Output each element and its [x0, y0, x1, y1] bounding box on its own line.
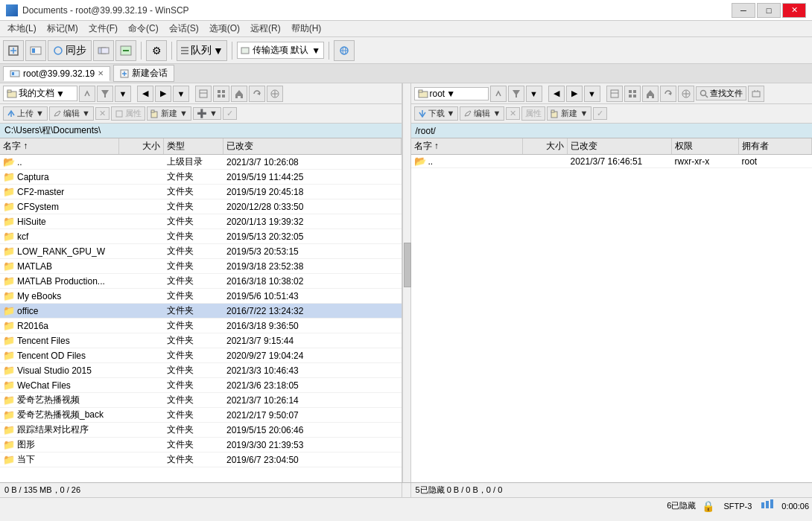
menu-help[interactable]: 帮助(H)	[287, 22, 326, 36]
session-tab-new[interactable]: 新建会话	[113, 65, 174, 82]
left-file-list[interactable]: 名字 ↑ 大小 类型 已改变 📂 .. 上级目录 2021/3/7 10:26:…	[0, 138, 402, 482]
left-back[interactable]: ◀	[137, 86, 153, 102]
session-tab-1[interactable]: root@39.99.32.19 ✕	[3, 66, 110, 81]
left-file-row[interactable]: 📁 HiSuite 文件夹 2020/1/13 19:39:32	[0, 214, 402, 229]
menu-session[interactable]: 会话(S)	[165, 22, 203, 36]
right-file-row[interactable]: 📂 .. 2021/3/7 16:46:51 rwxr-xr-x root	[411, 155, 813, 168]
left-file-row[interactable]: 📁 Captura 文件夹 2019/5/19 11:44:25	[0, 170, 402, 185]
right-nav-7[interactable]	[748, 86, 764, 102]
right-nav-4[interactable]	[606, 86, 623, 102]
left-nav-parent[interactable]	[79, 86, 95, 102]
transfer-dropdown[interactable]: 传输选项 默认 ▼	[237, 42, 324, 59]
left-file-row[interactable]: 📁 CF2-master 文件夹 2019/5/19 20:45:18	[0, 185, 402, 199]
left-nav-5[interactable]	[213, 86, 229, 102]
toolbar-btn-1[interactable]	[3, 40, 24, 61]
left-file-row[interactable]: 📁 WeChat Files 文件夹 2021/3/6 23:18:05	[0, 378, 402, 393]
left-file-row[interactable]: 📁 Tencent OD Files 文件夹 2020/9/27 19:04:2…	[0, 348, 402, 363]
right-check-btn[interactable]: ✓	[593, 107, 607, 120]
toolbar-btn-4[interactable]	[115, 40, 136, 61]
left-file-row[interactable]: 📁 office 文件夹 2016/7/22 13:24:32	[0, 304, 402, 319]
right-nav-5[interactable]	[624, 86, 641, 102]
right-search-btn[interactable]: 查找文件	[696, 86, 746, 100]
left-nav-6[interactable]	[267, 86, 283, 102]
right-new-btn[interactable]: 新建 ▼	[547, 106, 591, 121]
toolbar-btn-3[interactable]	[93, 40, 114, 61]
left-file-row[interactable]: 📁 爱奇艺热播视频_back 文件夹 2021/2/17 9:50:07	[0, 408, 402, 423]
left-file-row[interactable]: 📁 LOW_RANK_GPU_W 文件夹 2019/5/3 20:53:15	[0, 244, 402, 259]
left-new-btn[interactable]: 新建 ▼	[147, 106, 191, 121]
left-location-dropdown[interactable]: 我的文档 ▼	[3, 86, 77, 101]
menu-options[interactable]: 选项(O)	[205, 22, 244, 36]
left-nav-filter[interactable]	[97, 86, 113, 102]
menu-mark[interactable]: 标记(M)	[42, 22, 83, 36]
menu-local[interactable]: 本地(L)	[3, 22, 41, 36]
right-nav-filter[interactable]	[508, 86, 524, 102]
left-file-row[interactable]: 📁 当下 文件夹 2019/6/7 23:04:50	[0, 453, 402, 467]
left-forward[interactable]: ▶	[155, 86, 171, 102]
right-nav-dropdown[interactable]: ▼	[526, 86, 542, 102]
left-file-row[interactable]: 📂 .. 上级目录 2021/3/7 10:26:08	[0, 155, 402, 170]
left-col-name[interactable]: 名字 ↑	[0, 138, 119, 154]
left-props-btn[interactable]: 属性	[111, 106, 145, 121]
left-file-row[interactable]: 📁 Tencent Files 文件夹 2021/3/7 9:15:44	[0, 333, 402, 348]
right-col-date[interactable]: 已改变	[568, 138, 672, 154]
right-back[interactable]: ◀	[548, 86, 565, 102]
left-col-date[interactable]: 已改变	[223, 138, 402, 154]
left-nav-dropdown[interactable]: ▼	[115, 86, 131, 102]
right-nav-home[interactable]	[642, 86, 659, 102]
right-col-name[interactable]: 名字 ↑	[411, 138, 523, 154]
right-props-btn[interactable]: 属性	[521, 106, 545, 121]
close-button[interactable]: ✕	[782, 3, 806, 18]
right-forward[interactable]: ▶	[566, 86, 583, 102]
left-file-row[interactable]: 📁 MATLAB 文件夹 2019/3/18 23:52:38	[0, 259, 402, 274]
right-nav-parent[interactable]	[490, 86, 507, 102]
left-file-row[interactable]: 📁 CFSystem 文件夹 2020/12/28 0:33:50	[0, 199, 402, 214]
left-nav-3[interactable]: ▼	[173, 86, 189, 102]
toolbar-sync[interactable]: 同步	[48, 40, 92, 61]
minimize-button[interactable]: ─	[732, 3, 755, 18]
right-file-list[interactable]: 名字 ↑ 大小 已改变 权限 拥有者 📂 .. 2021/3/7 16:46:5…	[411, 138, 813, 482]
window-controls[interactable]: ─ □ ✕	[732, 3, 806, 18]
toolbar-queue[interactable]: 队列 ▼	[177, 40, 227, 61]
left-file-row[interactable]: 📁 My eBooks 文件夹 2019/5/6 10:51:43	[0, 289, 402, 304]
left-file-row[interactable]: 📁 kcf 文件夹 2019/5/13 20:32:05	[0, 229, 402, 244]
toolbar-settings[interactable]: ⚙	[146, 40, 167, 61]
toolbar-btn-2[interactable]	[25, 40, 46, 61]
left-nav-home[interactable]	[231, 86, 247, 102]
left-nav-4[interactable]	[195, 86, 212, 102]
left-col-size[interactable]: 大小	[119, 138, 164, 154]
right-nav-6[interactable]	[678, 86, 694, 102]
left-file-row[interactable]: 📁 跟踪结果对比程序 文件夹 2019/5/15 20:06:46	[0, 423, 402, 438]
right-nav-3[interactable]: ▼	[584, 86, 600, 102]
right-col-size[interactable]: 大小	[523, 138, 568, 154]
left-file-row[interactable]: 📁 Visual Studio 2015 文件夹 2021/3/3 10:46:…	[0, 363, 402, 378]
right-location-dropdown[interactable]: root ▼	[414, 87, 489, 100]
menu-command[interactable]: 命令(C)	[124, 22, 163, 36]
menu-bar: 本地(L) 标记(M) 文件(F) 命令(C) 会话(S) 选项(O) 远程(R…	[0, 21, 812, 37]
left-more-btn[interactable]: ➕ ▼	[193, 107, 221, 120]
maximize-button[interactable]: □	[757, 3, 781, 18]
left-file-row[interactable]: 📁 爱奇艺热播视频 文件夹 2021/3/7 10:26:14	[0, 393, 402, 408]
panel-divider[interactable]	[402, 83, 411, 482]
left-check-btn[interactable]: ✓	[223, 107, 237, 120]
left-file-row[interactable]: 📁 MATLAB Production... 文件夹 2016/3/18 10:…	[0, 274, 402, 289]
left-file-row[interactable]: 📁 R2016a 文件夹 2016/3/18 9:36:50	[0, 319, 402, 333]
left-col-type[interactable]: 类型	[164, 138, 223, 154]
right-col-owner[interactable]: 拥有者	[739, 138, 813, 154]
session-tab-1-close[interactable]: ✕	[98, 69, 104, 77]
right-nav-refresh[interactable]	[660, 86, 676, 102]
left-edit-btn[interactable]: 编辑 ▼	[49, 106, 94, 121]
left-file-row[interactable]: 📁 图形 文件夹 2019/3/30 21:39:53	[0, 438, 402, 453]
scroll-thumb-left[interactable]	[404, 243, 411, 287]
right-edit-btn[interactable]: 编辑 ▼	[460, 106, 504, 121]
menu-file[interactable]: 文件(F)	[84, 22, 122, 36]
menu-remote[interactable]: 远程(R)	[246, 22, 285, 36]
right-col-perm[interactable]: 权限	[672, 138, 739, 154]
file-name: 📂 ..	[411, 155, 523, 167]
left-upload-btn[interactable]: 上传 ▼	[3, 106, 48, 121]
left-delete-btn[interactable]: ✕	[95, 107, 110, 120]
right-download-btn[interactable]: 下载 ▼	[414, 106, 459, 121]
toolbar-remote[interactable]	[334, 40, 355, 61]
left-nav-refresh[interactable]	[249, 86, 265, 102]
right-delete-btn[interactable]: ✕	[506, 107, 520, 120]
